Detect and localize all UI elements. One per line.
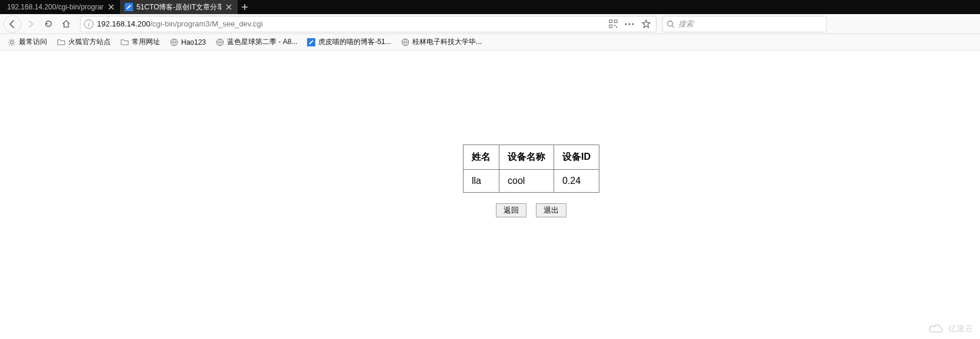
search-input[interactable] — [678, 19, 823, 28]
bookmark-item-2[interactable]: Hao123 — [166, 36, 209, 48]
bookmark-most-visited[interactable]: 最常访问 — [4, 36, 51, 48]
bookmarks-bar: 最常访问 火狐官方站点 常用网址 Hao123 蓝色星球第二季 - A8... … — [0, 34, 980, 51]
urlbar-actions — [608, 19, 652, 29]
cloud-icon — [928, 324, 945, 334]
col-header-device-name: 设备名称 — [499, 145, 554, 170]
nav-toolbar: i 192.168.14.200/cgi-bin/program3/M_see_… — [0, 14, 980, 34]
back-form-button[interactable]: 返回 — [496, 203, 526, 217]
globe-icon — [169, 38, 179, 47]
exit-form-button[interactable]: 退出 — [536, 203, 566, 217]
bookmark-item-4[interactable]: 虎皮喵的喵的博客-51... — [303, 36, 394, 48]
url-host: 192.168.14.200 — [97, 19, 150, 28]
button-row: 返回 退出 — [463, 203, 599, 217]
home-button[interactable] — [58, 16, 74, 32]
close-tab-icon[interactable] — [107, 3, 115, 11]
page-body: 姓名 设备名称 设备ID lla cool 0.24 返回 退出 — [0, 51, 980, 217]
svg-point-6 — [625, 23, 627, 25]
bookmark-item-0[interactable]: 火狐官方站点 — [53, 36, 114, 48]
col-header-name: 姓名 — [464, 145, 499, 170]
folder-icon — [120, 38, 129, 47]
bookmark-label: 常用网址 — [132, 37, 160, 47]
qr-icon[interactable] — [608, 19, 618, 29]
search-icon — [666, 20, 675, 28]
bookmark-label: 火狐官方站点 — [68, 37, 111, 47]
forward-button[interactable] — [22, 16, 39, 32]
bookmark-label: Hao123 — [181, 38, 206, 46]
browser-tab-1[interactable]: 51CTO博客-原创IT文章分享平 — [120, 0, 238, 14]
svg-rect-4 — [614, 25, 615, 26]
svg-rect-1 — [609, 20, 612, 23]
watermark-text: 亿速云 — [948, 324, 973, 334]
bookmark-star-icon[interactable] — [641, 19, 651, 29]
svg-point-8 — [632, 23, 634, 25]
cell-device-name: cool — [499, 170, 554, 193]
gear-icon — [7, 38, 16, 47]
tab-label: 192.168.14.200/cgi-bin/program — [7, 3, 104, 11]
svg-point-10 — [10, 41, 13, 43]
watermark: 亿速云 — [928, 324, 973, 334]
search-bar[interactable] — [662, 16, 827, 32]
page-actions-icon[interactable] — [624, 19, 635, 29]
browser-tab-0[interactable]: 192.168.14.200/cgi-bin/program — [2, 0, 120, 14]
url-text: 192.168.14.200/cgi-bin/program3/M_see_de… — [97, 19, 604, 28]
tab-label: 51CTO博客-原创IT文章分享平 — [136, 2, 221, 12]
url-path: /cgi-bin/program3/M_see_dev.cgi — [150, 19, 262, 28]
close-tab-icon[interactable] — [225, 3, 233, 11]
svg-rect-2 — [614, 20, 617, 23]
table-row: lla cool 0.24 — [464, 170, 599, 193]
globe-icon — [401, 38, 410, 47]
table-header-row: 姓名 设备名称 设备ID — [464, 145, 599, 170]
site-identity-icon[interactable]: i — [84, 19, 94, 29]
svg-rect-5 — [616, 26, 617, 28]
bookmark-item-3[interactable]: 蓝色星球第二季 - A8... — [212, 36, 301, 48]
bookmark-label: 最常访问 — [19, 37, 47, 47]
bookmark-label: 虎皮喵的喵的博客-51... — [318, 37, 391, 47]
back-button[interactable] — [4, 15, 21, 33]
col-header-device-id: 设备ID — [554, 145, 599, 170]
cell-name: lla — [464, 170, 499, 193]
reload-button[interactable] — [40, 16, 56, 32]
svg-point-9 — [668, 21, 673, 26]
favicon-icon — [125, 3, 133, 11]
folder-icon — [56, 38, 66, 47]
url-bar[interactable]: i 192.168.14.200/cgi-bin/program3/M_see_… — [80, 16, 656, 32]
svg-point-7 — [629, 23, 631, 25]
bookmark-item-1[interactable]: 常用网址 — [116, 36, 164, 48]
bookmark-item-5[interactable]: 桂林电子科技大学毕... — [397, 36, 485, 48]
tab-strip: 192.168.14.200/cgi-bin/program 51CTO博客-原… — [0, 0, 980, 14]
new-tab-button[interactable] — [238, 0, 252, 14]
svg-rect-3 — [609, 25, 612, 28]
site-favicon-icon — [306, 38, 316, 47]
bookmark-label: 蓝色星球第二季 - A8... — [227, 37, 297, 47]
device-table: 姓名 设备名称 设备ID lla cool 0.24 — [463, 145, 599, 193]
bookmark-label: 桂林电子科技大学毕... — [412, 37, 482, 47]
cell-device-id: 0.24 — [554, 170, 599, 193]
globe-icon — [215, 38, 225, 47]
